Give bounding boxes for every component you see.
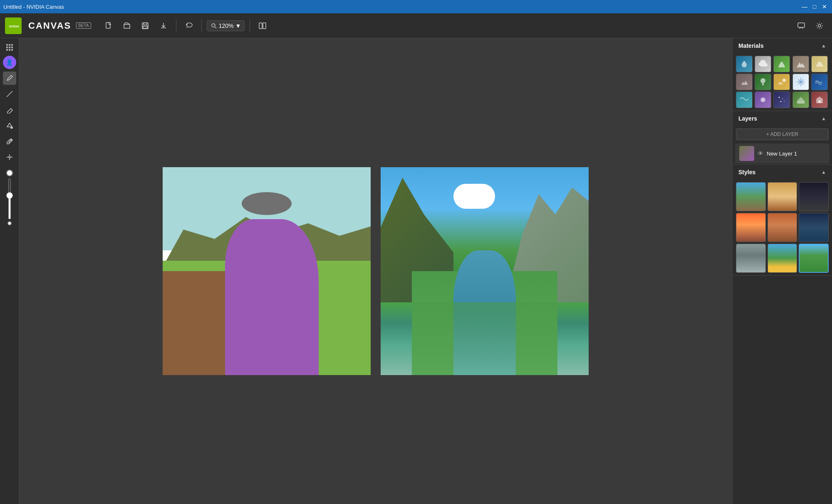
left-sidebar: 👤 <box>0 38 19 504</box>
split-view-button[interactable] <box>255 18 270 33</box>
layers-chevron-icon: ▲ <box>821 116 826 121</box>
style-landscape[interactable] <box>736 182 766 211</box>
svg-rect-18 <box>9 49 10 51</box>
material-desert[interactable] <box>773 74 790 90</box>
layers-header[interactable]: Layers ▲ <box>733 111 832 126</box>
seg-cloud-layer <box>242 192 292 215</box>
maximize-button[interactable]: □ <box>810 2 819 11</box>
svg-point-30 <box>780 101 782 102</box>
nvidia-logo: NVIDIA <box>5 17 22 34</box>
material-cloud[interactable] <box>755 56 771 72</box>
brush-tool[interactable] <box>3 72 16 85</box>
chat-button[interactable] <box>794 18 809 33</box>
style-desert[interactable] <box>768 182 797 211</box>
material-stars[interactable] <box>773 91 790 108</box>
materials-grid <box>733 53 832 111</box>
save-button[interactable] <box>138 18 153 33</box>
materials-title: Materials <box>738 42 764 49</box>
material-sea[interactable] <box>811 74 828 90</box>
style-sunset[interactable] <box>736 213 766 242</box>
svg-rect-16 <box>11 47 13 48</box>
svg-point-31 <box>784 101 785 101</box>
new-button[interactable] <box>101 18 116 33</box>
toolbar-separator-2 <box>201 20 202 32</box>
layer-thumbnail <box>739 146 754 161</box>
material-water[interactable] <box>736 56 753 72</box>
styles-title: Styles <box>738 169 755 175</box>
right-panel: Materials ▲ <box>732 38 832 504</box>
svg-rect-17 <box>6 49 8 51</box>
style-ocean[interactable] <box>799 213 829 242</box>
settings-button[interactable] <box>812 18 827 33</box>
titlebar-title: Untitled - NVIDIA Canvas <box>3 4 64 10</box>
titlebar: Untitled - NVIDIA Canvas — □ ✕ <box>0 0 832 13</box>
svg-point-6 <box>212 24 215 27</box>
style-mountains[interactable] <box>736 244 766 273</box>
svg-rect-32 <box>797 101 805 104</box>
photo-result <box>381 167 589 375</box>
undo-button[interactable] <box>181 18 196 33</box>
photo-foreground <box>381 302 589 375</box>
line-tool[interactable] <box>3 87 16 101</box>
fill-tool[interactable] <box>3 119 16 132</box>
svg-point-28 <box>779 97 780 98</box>
style-tropical[interactable] <box>768 244 797 273</box>
segmentation-canvas[interactable] <box>163 167 371 375</box>
style-dark[interactable] <box>799 182 829 211</box>
svg-rect-13 <box>11 44 13 46</box>
brush-opacity-slider[interactable] <box>8 178 11 220</box>
zoom-control[interactable]: 120% ▼ <box>207 20 245 31</box>
material-wave[interactable] <box>736 91 753 108</box>
seg-purple-layer <box>225 219 319 375</box>
materials-header[interactable]: Materials ▲ <box>733 38 832 53</box>
material-grass[interactable] <box>773 56 790 72</box>
open-button[interactable] <box>119 18 134 33</box>
materials-section: Materials ▲ <box>733 38 832 111</box>
eyedropper-tool[interactable] <box>3 135 16 148</box>
svg-rect-9 <box>798 23 805 27</box>
toolbar-right <box>794 18 827 33</box>
export-button[interactable] <box>156 18 171 33</box>
svg-point-22 <box>9 156 10 158</box>
svg-rect-5 <box>143 26 147 28</box>
svg-rect-12 <box>9 44 10 46</box>
style-mesa[interactable] <box>768 213 797 242</box>
zoom-dropdown-icon: ▼ <box>235 22 241 29</box>
material-tree[interactable] <box>755 74 771 90</box>
material-field[interactable] <box>792 91 809 108</box>
eraser-tool[interactable] <box>3 103 16 116</box>
svg-point-23 <box>760 78 765 83</box>
toolbar-separator-1 <box>176 20 176 32</box>
layers-title: Layers <box>738 115 757 122</box>
brush-size-control <box>6 170 13 225</box>
app-title: CANVAS <box>28 20 71 31</box>
styles-header[interactable]: Styles ▲ <box>733 165 832 180</box>
user-avatar[interactable]: 👤 <box>3 56 16 69</box>
svg-point-21 <box>11 127 12 128</box>
add-layer-button[interactable]: + ADD LAYER <box>736 128 829 140</box>
material-purple[interactable] <box>755 91 771 108</box>
minimize-button[interactable]: — <box>800 2 809 11</box>
material-sand[interactable] <box>811 56 828 72</box>
photo-result-canvas[interactable] <box>381 167 589 375</box>
svg-rect-4 <box>144 23 147 25</box>
close-button[interactable]: ✕ <box>820 2 829 11</box>
titlebar-controls: — □ ✕ <box>800 2 829 11</box>
toolbar: NVIDIA CANVAS BETA <box>0 13 832 38</box>
material-rock[interactable] <box>736 74 753 90</box>
brush-size-dot <box>6 170 13 176</box>
brush-opacity-dot <box>7 221 12 225</box>
styles-grid <box>733 180 832 275</box>
material-mountain[interactable] <box>792 56 809 72</box>
grid-button[interactable] <box>4 42 15 53</box>
layer-item[interactable]: 👁 New Layer 1 <box>735 143 830 163</box>
pan-tool[interactable] <box>3 151 16 164</box>
material-barn[interactable] <box>811 91 828 108</box>
beta-badge: BETA <box>76 22 91 29</box>
svg-rect-11 <box>6 44 8 46</box>
svg-rect-33 <box>818 100 821 103</box>
style-valley[interactable] <box>799 244 829 273</box>
svg-point-10 <box>818 25 821 27</box>
layer-visibility-icon[interactable]: 👁 <box>758 150 763 157</box>
material-snow[interactable] <box>792 74 809 90</box>
